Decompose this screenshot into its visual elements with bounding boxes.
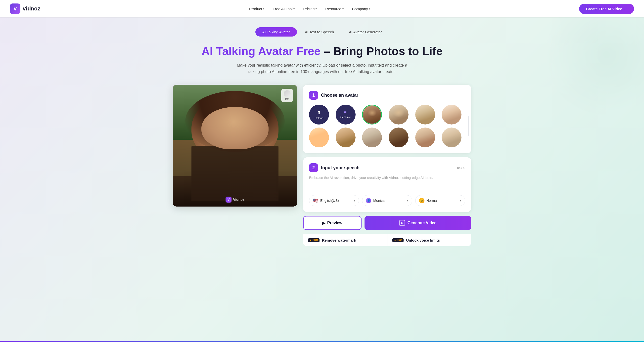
flag-icon: 🇺🇸 [313, 198, 318, 203]
navbar: V Vidnoz Product ▾ Free AI Tool ▾ Pricin… [0, 0, 644, 17]
nav-link-pricing[interactable]: Pricing ▾ [300, 5, 320, 13]
avatars-grid: ⬆ Upload AI Generate [309, 105, 465, 147]
avatar-mona-lisa[interactable] [362, 105, 382, 124]
avatar-woman1[interactable] [442, 105, 462, 124]
pro-badge: ★ PRO [308, 238, 320, 242]
pro-features-row: ★ PRO Remove watermark ★ PRO Unlock voic… [303, 234, 471, 246]
hero-text: AI Talking Avatar Free – Bring Photos to… [0, 44, 644, 75]
mood-dropdown[interactable]: 😊 Normal ▾ [415, 195, 465, 206]
avatar-black-man[interactable] [389, 127, 408, 147]
avatar-man1[interactable] [415, 105, 435, 124]
pro-unlock-voice[interactable]: ★ PRO Unlock voice limits [388, 234, 472, 246]
step2-card: 2 Input your speech 0/300 🇺🇸 English(US)… [303, 157, 471, 212]
generate-icon: ⊙ [399, 220, 405, 226]
avatar-upload-button[interactable]: ⬆ Upload [309, 105, 329, 124]
chevron-icon: ▾ [316, 7, 317, 10]
hero-section: AI Talking Avatar AI Text to Speech AI A… [0, 17, 644, 342]
watermark-logo-icon: V [226, 197, 232, 203]
speech-textarea[interactable] [309, 175, 465, 190]
avatar-woman-blazer[interactable] [415, 127, 435, 147]
step2-header: 2 Input your speech 0/300 [309, 163, 465, 172]
chevron-icon: ▾ [294, 7, 295, 10]
scrollbar [468, 116, 469, 136]
preview-button[interactable]: ▶ Preview [303, 216, 362, 230]
person-icon: 👤 [366, 198, 371, 203]
video-preview: BG V Vidnoz [173, 85, 297, 207]
voice-dropdown[interactable]: 👤 Monica ▾ [362, 195, 412, 206]
chevron-down-icon: ▾ [460, 199, 462, 202]
video-image: BG V Vidnoz [173, 85, 297, 207]
nav-link-resource[interactable]: Resource ▾ [322, 5, 347, 13]
char-count: 0/300 [457, 166, 465, 170]
hero-title: AI Talking Avatar Free – Bring Photos to… [5, 44, 639, 58]
right-panel: 1 Choose an avatar ⬆ Upload AI Generate [303, 85, 471, 246]
avatar-young-man[interactable] [442, 127, 462, 147]
avatar-older-woman[interactable] [362, 127, 382, 147]
step1-header: 1 Choose an avatar [309, 91, 465, 100]
create-free-ai-video-button[interactable]: Create Free AI Video → [579, 4, 634, 14]
generate-video-button[interactable]: ⊙ Generate Video [364, 216, 471, 230]
step1-number: 1 [309, 91, 318, 100]
pro-badge: ★ PRO [392, 238, 404, 242]
bg-button[interactable]: BG [281, 89, 293, 102]
main-content: BG V Vidnoz 1 Choose an avatar ⬆ [148, 85, 496, 246]
nav-logo[interactable]: V Vidnoz [10, 3, 40, 14]
mona-lisa-illustration [173, 85, 297, 207]
nav-links: Product ▾ Free AI Tool ▾ Pricing ▾ Resou… [246, 5, 374, 13]
mood-icon: 😊 [419, 198, 424, 203]
logo-icon: V [10, 3, 20, 14]
voice-controls: 🇺🇸 English(US) ▾ 👤 Monica ▾ [309, 195, 465, 206]
action-buttons: ▶ Preview ⊙ Generate Video [303, 216, 471, 230]
tab-bar: AI Talking Avatar AI Text to Speech AI A… [0, 27, 644, 36]
tab-talking-avatar[interactable]: AI Talking Avatar [255, 27, 297, 36]
chevron-icon: ▾ [369, 7, 370, 10]
nav-link-free-ai-tool[interactable]: Free AI Tool ▾ [269, 5, 298, 13]
avatar-einstein[interactable] [389, 105, 408, 124]
step1-card: 1 Choose an avatar ⬆ Upload AI Generate [303, 85, 471, 153]
video-watermark: V Vidnoz [226, 197, 244, 203]
avatar-cartoon-boy[interactable] [309, 127, 329, 147]
chevron-icon: ▾ [342, 7, 344, 10]
step1-title: Choose an avatar [321, 93, 358, 98]
chevron-icon: ▾ [263, 7, 264, 10]
play-icon: ▶ [322, 221, 325, 225]
language-dropdown[interactable]: 🇺🇸 English(US) ▾ [309, 195, 359, 206]
avatar-generate-button[interactable]: AI Generate [336, 105, 356, 124]
hero-subtitle: Make your realistic talking avatar with … [235, 62, 409, 75]
chevron-down-icon: ▾ [407, 199, 408, 202]
step2-title-row: 2 Input your speech [309, 163, 360, 172]
tab-text-to-speech[interactable]: AI Text to Speech [298, 27, 341, 36]
chevron-down-icon: ▾ [354, 199, 355, 202]
step2-number: 2 [309, 163, 318, 172]
avatar-woman-brown[interactable] [336, 127, 356, 147]
pro-remove-watermark[interactable]: ★ PRO Remove watermark [303, 234, 388, 246]
tab-avatar-generator[interactable]: AI Avatar Generator [342, 27, 389, 36]
nav-link-product[interactable]: Product ▾ [246, 5, 268, 13]
step2-title: Input your speech [321, 165, 360, 171]
logo-text: Vidnoz [22, 5, 40, 12]
nav-link-company[interactable]: Company ▾ [348, 5, 374, 13]
